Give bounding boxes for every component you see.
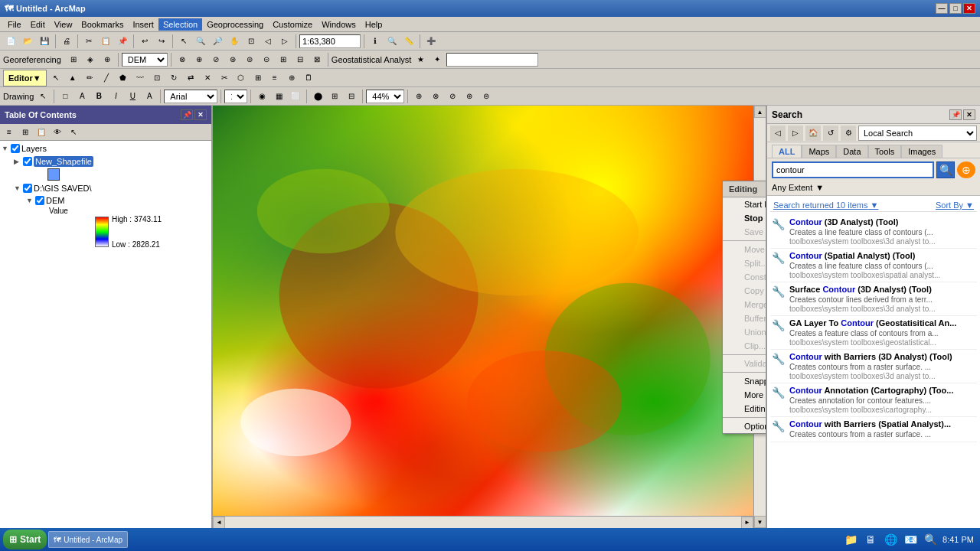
edit-vertices-btn[interactable]: ▲ (65, 70, 80, 86)
zoom-out-btn[interactable]: 🔎 (210, 34, 225, 49)
draw-extra4[interactable]: ⊛ (462, 89, 477, 104)
tab-tools[interactable]: Tools (868, 145, 902, 158)
font-size-select[interactable]: 10 (224, 90, 247, 103)
fill-btn[interactable]: ▦ (271, 89, 286, 104)
georef-btn3[interactable]: ⊕ (100, 52, 115, 67)
georef-link8[interactable]: ⊟ (292, 52, 308, 67)
taskbar-arcmap-btn[interactable]: 🗺 Untitled - ArcMap (48, 531, 128, 548)
georef-link3[interactable]: ⊘ (208, 52, 224, 67)
edit-merge-btn[interactable]: ⊞ (250, 70, 266, 86)
maximize-button[interactable]: □ (949, 3, 962, 14)
georef-btn1[interactable]: ⊞ (66, 52, 81, 67)
menu-bookmarks[interactable]: Bookmarks (77, 18, 128, 31)
pan-btn[interactable]: ✋ (227, 34, 242, 49)
georef-link7[interactable]: ⊞ (276, 52, 291, 67)
merge-item[interactable]: Merge... (723, 298, 766, 311)
georef-link4[interactable]: ⊛ (225, 52, 240, 67)
result-item-4[interactable]: 🔧 GA Layer To Contour (Geostatisitical A… (770, 316, 977, 350)
georef-btn2[interactable]: ◈ (83, 52, 98, 67)
search-submit-btn[interactable]: 🔍 (936, 161, 955, 178)
toc-close-btn[interactable]: ✕ (194, 109, 207, 120)
add-data-btn[interactable]: ➕ (423, 34, 439, 49)
georef-link2[interactable]: ⊕ (191, 52, 207, 67)
more-editing-tools-item[interactable]: More Editing Tools ▶ (723, 388, 766, 402)
hscroll-left-btn[interactable]: ◄ (213, 517, 225, 529)
search-home-btn[interactable]: 🏠 (805, 126, 821, 141)
result-item-3[interactable]: 🔧 Surface Contour (3D Analyst) (Tool) Cr… (770, 282, 977, 316)
search-field[interactable] (446, 53, 538, 67)
validate-features-item[interactable]: Validate Features (723, 357, 766, 370)
georef-layer-select[interactable]: DEM (122, 53, 168, 67)
edit-line-btn[interactable]: ╱ (99, 70, 114, 86)
copy-btn[interactable]: 📋 (98, 34, 113, 49)
result-item-7[interactable]: 🔧 Contour with Barriers (Spatial Analyst… (770, 417, 977, 442)
tab-images[interactable]: Images (901, 145, 942, 158)
editing-windows-item[interactable]: Editing Windows ▶ (723, 402, 766, 416)
layers-group[interactable]: ▼ Layers (2, 142, 210, 155)
search-pin-btn[interactable]: 📌 (949, 109, 962, 120)
zoom-in-btn[interactable]: 🔍 (193, 34, 208, 49)
menu-help[interactable]: Help (361, 18, 387, 31)
edit-cut-btn[interactable]: ✂ (217, 70, 232, 86)
paste-btn[interactable]: 📌 (115, 34, 130, 49)
save-edits-item[interactable]: Save Edits (723, 225, 766, 239)
search-back-btn[interactable]: ◁ (770, 126, 786, 141)
hscroll-track[interactable] (225, 517, 741, 529)
font-italic-btn[interactable]: I (108, 89, 123, 104)
buffer-item[interactable]: Buffer... (723, 311, 766, 325)
toc-list-btn[interactable]: ≡ (2, 125, 17, 140)
edit-poly-btn[interactable]: ⬟ (116, 70, 131, 86)
edit-attr-btn[interactable]: 🗒 (301, 70, 316, 86)
draw-extra1[interactable]: ⊕ (411, 89, 426, 104)
menu-view[interactable]: View (50, 18, 77, 31)
draw-box-btn[interactable]: □ (57, 89, 73, 104)
edit-delete-btn[interactable]: ✕ (200, 70, 215, 86)
zoom-select[interactable]: 44% (366, 90, 404, 103)
menu-edit[interactable]: Edit (26, 18, 50, 31)
georef-link5[interactable]: ⊜ (242, 52, 257, 67)
move-item[interactable]: Move... (723, 243, 766, 256)
layers-expand[interactable]: ▼ (2, 145, 9, 152)
menu-windows[interactable]: Windows (317, 18, 361, 31)
menu-customize[interactable]: Customize (268, 18, 317, 31)
toc-display-btn[interactable]: ⊞ (18, 125, 33, 140)
tab-data[interactable]: Data (836, 145, 867, 158)
measure-btn[interactable]: 📏 (401, 34, 416, 49)
shapefile-checkbox[interactable] (23, 157, 32, 166)
menu-file[interactable]: File (3, 18, 26, 31)
result-item-5[interactable]: 🔧 Contour with Barriers (3D Analyst) (To… (770, 350, 977, 383)
tab-all[interactable]: ALL (772, 145, 802, 158)
search-scope-dropdown[interactable]: Local Search (858, 126, 977, 141)
search-input[interactable] (772, 161, 934, 178)
union-item[interactable]: Union... (723, 325, 766, 339)
draw-extra2[interactable]: ⊗ (428, 89, 443, 104)
font-family-select[interactable]: Arial (164, 90, 217, 103)
edit-flip-btn[interactable]: ⇄ (183, 70, 198, 86)
menu-insert[interactable]: Insert (128, 18, 158, 31)
copy-parallel-item[interactable]: Copy Parallel... (723, 284, 766, 298)
identify-btn[interactable]: ℹ (368, 34, 383, 49)
search-refresh-btn[interactable]: ↺ (823, 126, 838, 141)
dem-checkbox[interactable] (35, 196, 44, 205)
georef-link9[interactable]: ⊠ (309, 52, 325, 67)
construct-points-item[interactable]: Construct Points... (723, 270, 766, 284)
edit-trace-btn[interactable]: 〰 (132, 70, 148, 86)
toc-pin-btn[interactable]: 📌 (181, 109, 193, 120)
cut-btn[interactable]: ✂ (81, 34, 96, 49)
prev-extent-btn[interactable]: ◁ (260, 34, 276, 49)
open-btn[interactable]: 📂 (20, 34, 35, 49)
search-options-btn[interactable]: ⚙ (841, 126, 856, 141)
edit-tool-btn[interactable]: ↖ (48, 70, 64, 86)
gis-saved-group[interactable]: ▼ D:\GIS SAVED\ (14, 182, 210, 194)
shapefile-expand[interactable]: ▶ (14, 158, 21, 165)
result-item-1[interactable]: 🔧 Contour (3D Analyst) (Tool) Creates a … (770, 215, 977, 249)
minimize-button[interactable]: — (936, 3, 948, 14)
edit-snap-btn[interactable]: ⊡ (149, 70, 165, 86)
new-shapefile-layer[interactable]: ▶ New_Shapefile (14, 155, 210, 168)
next-extent-btn[interactable]: ▷ (277, 34, 292, 49)
result-item-6[interactable]: 🔧 Contour Annotation (Cartography) (Too.… (770, 383, 977, 417)
layers-checkbox[interactable] (11, 144, 20, 153)
align-right-btn[interactable]: ⊟ (344, 89, 359, 104)
toc-source-btn[interactable]: 📋 (34, 125, 49, 140)
start-button[interactable]: ⊞ Start (3, 530, 47, 549)
